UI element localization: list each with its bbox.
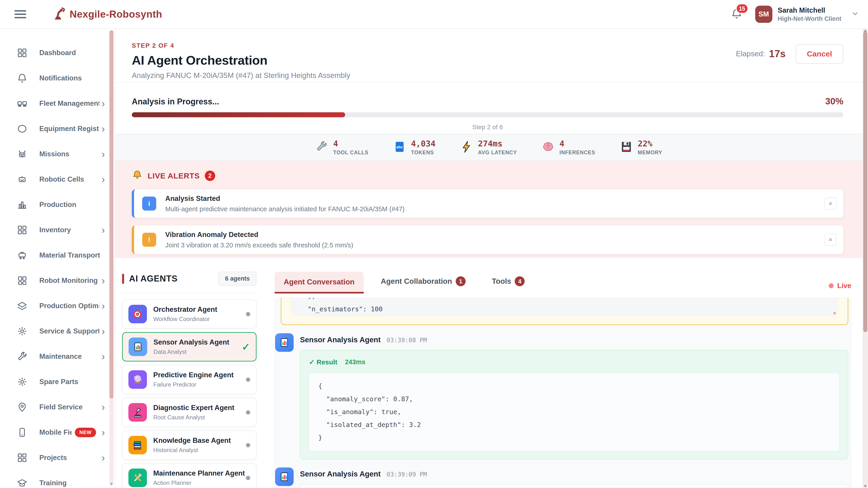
grid-icon [17, 452, 28, 463]
progress-section: Analysis in Progress... 30% Step 2 of 6 [115, 83, 863, 134]
page-title: AI Agent Orchestration [132, 53, 350, 68]
sidebar-item-label: Notifications [39, 74, 105, 82]
alert-info-icon: i [142, 197, 156, 210]
sidebar-item-equipment-registry[interactable]: Equipment Registry› [0, 116, 115, 141]
live-label: Live [837, 282, 851, 290]
tools-agent-icon [128, 468, 147, 487]
brain-icon [542, 140, 555, 154]
chevron-right-icon: › [101, 427, 105, 437]
code-preview-text: ], "n_estimators": 100 [300, 297, 829, 316]
phone-icon [17, 427, 28, 438]
agent-name: Orchestrator Agent [153, 305, 246, 314]
sidebar-item-fleet-management[interactable]: Fleet Management› [0, 91, 115, 116]
menu-button[interactable] [14, 8, 26, 20]
user-menu[interactable]: SM Sarah Mitchell High-Net-Worth Client [755, 6, 859, 23]
page-scrollbar[interactable] [863, 29, 868, 488]
sidebar-scrollbar[interactable] [110, 30, 114, 486]
alert-bell-icon [132, 170, 143, 182]
sidebar-item-label: Robotic Cells [39, 175, 99, 184]
agent-card-predictive-engine-agent[interactable]: Predictive Engine AgentFailure Predictor [122, 365, 256, 394]
tab-agent-collaboration[interactable]: Agent Collaboration1 [372, 270, 475, 292]
stat-tool-calls: 4TOOL CALLS [315, 139, 368, 156]
code-block[interactable]: ], "n_estimators": 100 [291, 297, 837, 316]
agent-card-orchestrator-agent[interactable]: Orchestrator AgentWorkflow Coordinator [122, 299, 256, 329]
workflow-header: STEP 2 OF 4 AI Agent Orchestration Analy… [115, 29, 863, 83]
analysis-summary-card: Sensor Analysis Complete I've analyzed 2… [300, 484, 848, 488]
sidebar-item-projects[interactable]: Projects› [0, 445, 115, 470]
sidebar-item-service-support[interactable]: Service & Support› [0, 319, 115, 344]
agent-conversation-area[interactable]: ], "n_estimators": 100 [275, 297, 851, 488]
circle-icon [17, 123, 28, 134]
sidebar-item-label: Production Optimization [39, 302, 99, 310]
agent-idle-status-dot [246, 443, 250, 447]
top-bar: Nexgile-Robosynth 15 SM Sarah Mitchell H… [0, 0, 868, 29]
tab-agent-conversation[interactable]: Agent Conversation [275, 272, 364, 292]
stat-value: 4 [559, 139, 595, 148]
progress-step-text: Step 2 of 6 [132, 124, 843, 131]
alert-dismiss-button[interactable]: × [825, 197, 837, 210]
stat-label: TOKENS [411, 150, 435, 156]
notifications-button[interactable]: 15 [731, 8, 743, 21]
agent-card-maintenance-planner-agent[interactable]: Maintenance Planner AgentAction Planner [122, 463, 256, 488]
main-content: STEP 2 OF 4 AI Agent Orchestration Analy… [115, 29, 863, 488]
sidebar-item-mobile-field[interactable]: Mobile FieldNEW› [0, 420, 115, 445]
alert-dismiss-button[interactable]: × [825, 234, 837, 246]
robot-arm-logo-icon [51, 6, 66, 22]
message-agent-name: Sensor Analysis Agent [300, 470, 381, 478]
sidebar-item-notifications[interactable]: Notifications [0, 66, 115, 91]
robot-icon [17, 149, 28, 160]
agent-idle-status-dot [246, 410, 250, 415]
progress-percent: 30% [825, 96, 843, 106]
sidebar-item-label: Missions [39, 150, 99, 158]
sun-icon [17, 377, 28, 387]
agent-role: Action Planner [153, 480, 246, 486]
brand: Nexgile-Robosynth [51, 6, 162, 22]
code-scrollbar[interactable] [833, 297, 836, 315]
sidebar-item-label: Training [39, 479, 105, 487]
agent-card-sensor-analysis-agent[interactable]: Sensor Analysis AgentData Analyst✓ [122, 332, 256, 361]
tab-tools[interactable]: Tools4 [483, 270, 534, 292]
sidebar-item-production-optimization[interactable]: Production Optimization› [0, 293, 115, 319]
sidebar-item-training[interactable]: Training [0, 470, 115, 488]
agent-card-knowledge-base-agent[interactable]: Knowledge Base AgentHistorical Analyst [122, 430, 256, 460]
user-meta: Sarah Mitchell High-Net-Worth Client [778, 6, 841, 22]
alert-warning-icon: ! [142, 233, 156, 247]
stat-label: AVG LATENCY [478, 150, 517, 156]
stat-avg-latency: 274msAVG LATENCY [460, 139, 517, 156]
agent-role: Failure Predictor [153, 381, 246, 388]
chevron-right-icon: › [101, 124, 105, 134]
sidebar-item-material-transport[interactable]: Material Transport [0, 242, 115, 268]
sidebar-item-spare-parts[interactable]: Spare Parts [0, 369, 115, 394]
agent-role: Historical Analyst [153, 447, 246, 454]
message-timestamp: 03:39:09 PM [386, 471, 427, 478]
sidebar-scrollbar-thumb[interactable] [110, 30, 114, 398]
sidebar-item-maintenance[interactable]: Maintenance› [0, 344, 115, 369]
svg-text:abc: abc [397, 145, 403, 149]
sidebar-item-robotic-cells[interactable]: Robotic Cells› [0, 167, 115, 192]
sidebar-item-label: Service & Support [39, 327, 99, 335]
agent-message: Sensor Analysis Agent 03:39:09 PM Sensor… [275, 467, 848, 488]
sidebar-item-robot-monitoring[interactable]: Robot Monitoring› [0, 268, 115, 293]
sidebar-item-label: Maintenance [39, 352, 99, 361]
stat-value: 274ms [478, 139, 517, 148]
live-dot-icon [829, 283, 834, 288]
agent-card-diagnostic-expert-agent[interactable]: Diagnostic Expert AgentRoot Cause Analys… [122, 398, 256, 427]
result-latency: 243ms [345, 358, 365, 366]
agent-complete-check-icon: ✓ [242, 341, 250, 353]
cancel-button[interactable]: Cancel [796, 44, 844, 64]
sidebar-item-production[interactable]: Production [0, 192, 115, 217]
sidebar-item-label: Robot Monitoring [39, 276, 99, 285]
sidebar-item-dashboard[interactable]: Dashboard [0, 40, 115, 66]
elapsed-label: Elapsed: [736, 50, 765, 58]
sidebar-item-field-service[interactable]: Field Service› [0, 394, 115, 420]
chevron-right-icon: › [101, 301, 105, 311]
floppy-icon [620, 140, 633, 154]
agent-role: Workflow Coordinator [153, 316, 246, 323]
agent-role: Data Analyst [153, 348, 242, 355]
sidebar-item-inventory[interactable]: Inventory› [0, 217, 115, 242]
sidebar-item-missions[interactable]: Missions› [0, 141, 115, 167]
sidebar-item-label: Spare Parts [39, 378, 105, 386]
result-code-block[interactable]: { "anomaly_score": 0.87, "is_anomaly": t… [309, 373, 839, 451]
page-scrollbar-thumb[interactable] [863, 32, 867, 332]
pin-icon [17, 402, 28, 413]
